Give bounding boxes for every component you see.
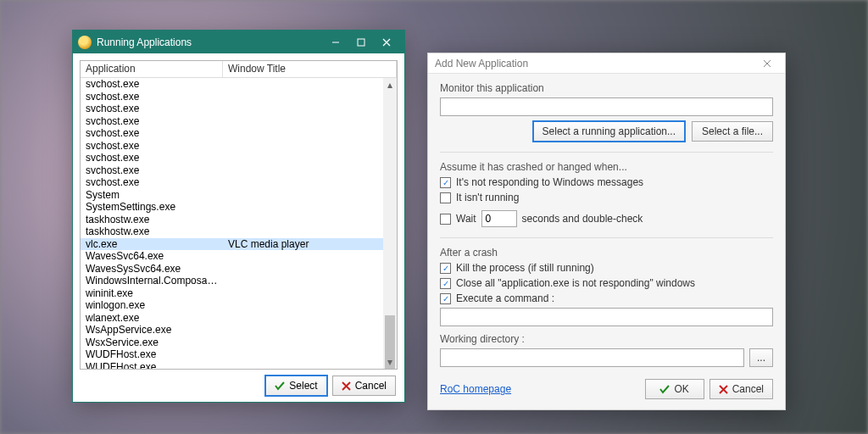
checkbox-label: It isn't running — [456, 192, 519, 203]
cancel-button-label: Cancel — [355, 380, 387, 392]
checkbox-close-not-responding[interactable]: Close all "application.exe is not respon… — [440, 277, 773, 289]
maximize-button[interactable] — [348, 33, 374, 52]
cell-application: svchost.exe — [81, 78, 223, 90]
check-icon — [275, 381, 285, 391]
cell-application: wlanext.exe — [81, 312, 223, 324]
checkbox-not-responding[interactable]: It's not responding to Windows messages — [440, 176, 773, 188]
cell-application: svchost.exe — [81, 103, 223, 114]
listview-scrollbar[interactable]: ▴ ▾ — [383, 78, 397, 369]
list-item[interactable]: wlanext.exe — [81, 312, 383, 325]
list-item[interactable]: WsAppService.exe — [81, 324, 383, 337]
running-apps-titlebar[interactable]: Running Applications — [73, 31, 404, 53]
wait-seconds-input[interactable] — [481, 210, 517, 227]
list-item[interactable]: svchost.exe — [81, 140, 383, 153]
list-item[interactable]: winlogon.exe — [81, 299, 383, 312]
checkbox-icon — [440, 263, 451, 274]
list-item[interactable]: taskhostw.exe — [81, 225, 383, 238]
checkbox-not-running[interactable]: It isn't running — [440, 192, 773, 203]
list-item[interactable]: WindowsInternal.ComposableShell.E... — [81, 275, 383, 287]
app-icon — [78, 36, 92, 49]
running-apps-title: Running Applications — [97, 36, 323, 48]
list-item[interactable]: svchost.exe — [81, 115, 383, 128]
checkbox-label: Execute a command : — [456, 292, 554, 304]
checkbox-label: It's not responding to Windows messages — [456, 176, 643, 188]
checkbox-kill-process[interactable]: Kill the process (if still running) — [440, 262, 773, 274]
select-file-button[interactable]: Select a file... — [692, 121, 773, 142]
x-icon — [719, 385, 728, 394]
add-new-application-window: Add New Application Monitor this applica… — [427, 53, 786, 410]
close-button[interactable] — [374, 33, 399, 52]
x-icon — [342, 381, 351, 391]
cell-application: wininit.exe — [81, 287, 223, 299]
cell-application: WsxService.exe — [81, 337, 223, 348]
ok-button-label: OK — [674, 383, 688, 395]
checkbox-label: Close all "application.exe is not respon… — [456, 277, 695, 289]
column-application[interactable]: Application — [81, 61, 223, 77]
wait-label-pre: Wait — [456, 213, 476, 225]
cell-application: WUDFHost.exe — [81, 361, 223, 370]
list-item[interactable]: WsxService.exe — [81, 337, 383, 349]
checkbox-wait[interactable]: Wait — [440, 213, 476, 225]
separator — [440, 152, 773, 153]
roc-homepage-link[interactable]: RoC homepage — [440, 383, 511, 395]
cancel-button[interactable]: Cancel — [332, 376, 396, 396]
list-item[interactable]: svchost.exe — [81, 152, 383, 164]
list-item[interactable]: vlc.exeVLC media player — [81, 238, 383, 251]
cell-application: svchost.exe — [81, 140, 223, 152]
add-app-titlebar[interactable]: Add New Application — [428, 53, 785, 74]
select-button-label: Select — [289, 380, 317, 392]
apps-listview[interactable]: Application Window Title svchost.exesvch… — [80, 60, 398, 370]
cancel-button[interactable]: Cancel — [709, 379, 773, 399]
list-item[interactable]: SystemSettings.exe — [81, 201, 383, 214]
cell-application: WavesSysSvc64.exe — [81, 263, 223, 275]
minimize-button[interactable] — [323, 33, 348, 52]
check-icon — [659, 384, 670, 394]
select-running-app-button[interactable]: Select a running application... — [533, 121, 685, 142]
close-button[interactable] — [763, 59, 778, 68]
select-button[interactable]: Select — [265, 376, 326, 396]
ok-button[interactable]: OK — [645, 379, 704, 399]
checkbox-label: Kill the process (if still running) — [456, 262, 594, 274]
close-icon — [763, 59, 771, 68]
cell-application: System — [81, 189, 223, 201]
cell-application: taskhostw.exe — [81, 225, 223, 237]
list-item[interactable]: svchost.exe — [81, 127, 383, 140]
checkbox-execute-command[interactable]: Execute a command : — [440, 292, 773, 304]
checkbox-icon — [440, 214, 451, 225]
cell-window-title: VLC media player — [223, 238, 383, 250]
scroll-up-icon[interactable]: ▴ — [383, 78, 397, 92]
cell-application: svchost.exe — [81, 115, 223, 127]
list-item[interactable]: WavesSvc64.exe — [81, 250, 383, 263]
scroll-down-icon[interactable]: ▾ — [383, 355, 397, 369]
list-item[interactable]: taskhostw.exe — [81, 214, 383, 226]
list-item[interactable]: WUDFHost.exe — [81, 348, 383, 361]
list-item[interactable]: svchost.exe — [81, 103, 383, 115]
browse-workdir-button[interactable]: ... — [749, 348, 773, 367]
monitor-path-input[interactable] — [440, 97, 773, 116]
checkbox-icon — [440, 177, 451, 188]
wait-label-post: seconds and double-check — [522, 213, 643, 225]
listview-header[interactable]: Application Window Title — [81, 61, 397, 78]
cell-application: winlogon.exe — [81, 299, 223, 311]
list-item[interactable]: wininit.exe — [81, 287, 383, 300]
after-crash-label: After a crash — [440, 247, 773, 259]
monitor-label: Monitor this application — [440, 82, 773, 94]
maximize-icon — [357, 38, 365, 47]
list-item[interactable]: svchost.exe — [81, 164, 383, 177]
list-item[interactable]: WUDFHost.exe — [81, 361, 383, 370]
cell-application: WavesSvc64.exe — [81, 250, 223, 262]
command-input[interactable] — [440, 308, 773, 326]
browse-label: ... — [757, 352, 765, 364]
list-item[interactable]: System — [81, 189, 383, 202]
column-window-title[interactable]: Window Title — [223, 61, 397, 77]
cell-application: WindowsInternal.ComposableShell.E... — [81, 275, 223, 287]
list-item[interactable]: svchost.exe — [81, 78, 383, 91]
list-item[interactable]: WavesSysSvc64.exe — [81, 263, 383, 275]
working-directory-label: Working directory : — [440, 333, 773, 345]
cell-application: svchost.exe — [81, 176, 223, 188]
cell-application: svchost.exe — [81, 127, 223, 139]
list-item[interactable]: svchost.exe — [81, 91, 383, 103]
list-item[interactable]: svchost.exe — [81, 176, 383, 189]
cell-application: vlc.exe — [81, 238, 223, 250]
working-directory-input[interactable] — [440, 348, 744, 367]
